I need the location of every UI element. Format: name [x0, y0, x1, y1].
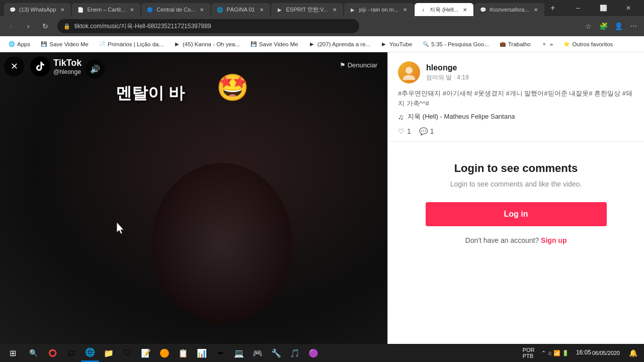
- back-button[interactable]: ‹: [4, 19, 18, 33]
- taskbar-app-app4[interactable]: 💻: [230, 344, 248, 362]
- bookmark-favicon: 💾: [250, 41, 257, 48]
- tab-close-button[interactable]: ✕: [331, 6, 338, 13]
- taskbar-cortana-button[interactable]: ⭕: [43, 344, 61, 362]
- user-info: hleonge 엄마와 딸 · 4:19: [426, 63, 469, 82]
- volume-button[interactable]: 🔊: [86, 59, 105, 78]
- bookmark-item[interactable]: ▶(207) Aprenda a re...: [304, 39, 374, 49]
- post-info: hleonge 엄마와 딸 · 4:19 #추우면안돼지 #아기새싹 #못생겼지…: [388, 52, 644, 142]
- taskbar-app-edge[interactable]: 🛡: [118, 344, 136, 362]
- bookmark-label: »: [550, 41, 553, 47]
- bookmark-item[interactable]: 💼Trabalho: [495, 39, 535, 49]
- login-button[interactable]: Log in: [426, 202, 607, 226]
- profile-icon[interactable]: 👤: [612, 20, 625, 33]
- taskbar-app-files[interactable]: 📁: [100, 344, 118, 362]
- like-button[interactable]: ♡ 1: [398, 127, 411, 135]
- bookmark-item[interactable]: 💾Save Video Me: [246, 39, 302, 49]
- lock-icon: 🔒: [63, 23, 70, 30]
- taskbar-clock[interactable]: 16:05 06/05/2020: [573, 344, 623, 362]
- taskbar-app-file-explorer[interactable]: 🗂: [62, 344, 80, 362]
- browser-tab-conversafora[interactable]: 💬#conversafora...✕: [474, 3, 544, 16]
- tab-close-button[interactable]: ✕: [461, 6, 468, 13]
- bookmark-label: (45) Kanna - Oh yea...: [183, 41, 240, 47]
- tab-favicon: ♪: [420, 6, 427, 13]
- video-text-overlay: 멘탈이 바: [116, 82, 185, 105]
- maximize-button[interactable]: ⬜: [592, 0, 615, 16]
- new-tab-button[interactable]: +: [546, 2, 559, 15]
- bookmark-item[interactable]: 💾Save Video Me: [36, 39, 93, 49]
- like-icon: ♡: [398, 127, 405, 135]
- taskbar-notification-button[interactable]: 🔔: [624, 344, 642, 362]
- bookmark-label: Save Video Me: [259, 41, 298, 47]
- bookmark-item[interactable]: ▶(45) Kanna - Oh yea...: [170, 39, 244, 49]
- tab-close-button[interactable]: ✕: [128, 6, 135, 13]
- tab-close-button[interactable]: ✕: [198, 6, 205, 13]
- page-content: ✕ TikTok @hleonge 🔊 ⚑ Denunciar 멘: [0, 52, 644, 344]
- video-section: ✕ TikTok @hleonge 🔊 ⚑ Denunciar 멘: [0, 52, 387, 344]
- username[interactable]: hleonge: [426, 63, 469, 72]
- address-bar[interactable]: 🔒 tiktok.com/music/지욱-Hell-6802352117215…: [57, 19, 359, 33]
- music-label[interactable]: 지욱 (Hell) - Matheus Felipe Santana: [408, 112, 515, 121]
- start-button[interactable]: ⊞: [2, 344, 23, 362]
- bookmark-item[interactable]: 🌐Apps: [4, 39, 34, 49]
- tab-close-button[interactable]: ✕: [401, 6, 409, 13]
- browser-tab-central[interactable]: 🔵Central de Co...✕: [141, 3, 210, 16]
- browser-tab-esprit[interactable]: ▶ESPRIT 空想:V...✕: [271, 3, 343, 16]
- bookmark-favicon: ▶: [174, 41, 181, 48]
- taskbar-time: 16:05: [576, 349, 591, 357]
- extension-icon[interactable]: 🧩: [597, 20, 610, 33]
- bookmark-label: 5:35 - Pesquisa Goo...: [431, 41, 489, 47]
- taskbar-app-app6[interactable]: 🔧: [267, 344, 285, 362]
- right-panel: hleonge 엄마와 딸 · 4:19 #추우면안돼지 #아기새싹 #못생겼지…: [387, 52, 644, 344]
- tab-close-button[interactable]: ✕: [532, 6, 539, 13]
- taskbar-app-app2[interactable]: 📋: [174, 344, 192, 362]
- tab-label: Enem – Cartil...: [87, 7, 125, 13]
- browser-tab-enem[interactable]: 📄Enem – Cartil...✕: [72, 3, 140, 16]
- taskbar-app-vitals[interactable]: 📊: [193, 344, 211, 362]
- tiktok-logo-area: TikTok @hleonge: [30, 56, 82, 76]
- browser-tab-whatsapp[interactable]: 💬(13) WhatsApp✕: [4, 3, 71, 16]
- taskbar-app-app7[interactable]: 🎵: [286, 344, 304, 362]
- bookmark-star-icon[interactable]: ☆: [582, 20, 595, 33]
- close-video-button[interactable]: ✕: [4, 56, 24, 76]
- taskbar-icon: 🎮: [252, 347, 263, 358]
- address-bar-row: ‹ › ↻ 🔒 tiktok.com/music/지욱-Hell-6802352…: [0, 16, 644, 36]
- tiktok-app-name: TikTok: [53, 58, 82, 68]
- forward-button[interactable]: ›: [21, 19, 35, 33]
- close-button[interactable]: ✕: [617, 0, 640, 16]
- bookmark-item[interactable]: 🔍5:35 - Pesquisa Goo...: [418, 39, 493, 49]
- interaction-row: ♡ 1 💬 1: [398, 127, 634, 135]
- taskbar-app-app5[interactable]: 🎮: [249, 344, 267, 362]
- signup-row: Don't have an account? Sign up: [465, 236, 567, 244]
- signup-link[interactable]: Sign up: [541, 236, 567, 244]
- taskbar-app-app[interactable]: 🟠: [155, 344, 174, 362]
- comment-button[interactable]: 💬 1: [419, 127, 434, 135]
- taskbar-date: 06/05/2020: [592, 349, 620, 356]
- window-controls: ─ ⬜ ✕: [567, 0, 640, 16]
- reload-button[interactable]: ↻: [38, 19, 52, 33]
- browser-tab-pagina[interactable]: 🌐PÁGINA 01✕: [211, 3, 270, 16]
- tab-close-button[interactable]: ✕: [258, 6, 265, 13]
- tab-close-button[interactable]: ✕: [59, 6, 66, 13]
- settings-icon[interactable]: ⋯: [627, 20, 640, 33]
- taskbar-app-app8[interactable]: 🟣: [304, 344, 323, 362]
- browser-tab-tiktok[interactable]: ♪지욱 (Hell...✕: [415, 3, 473, 16]
- browser-tab-joji[interactable]: ▶joji - rain on m...✕: [344, 3, 414, 16]
- tab-favicon: 🌐: [216, 6, 223, 13]
- taskbar-app-browser[interactable]: 🌐: [81, 344, 99, 362]
- bookmark-item[interactable]: 📄Primários | Lição da...: [95, 39, 168, 49]
- bookmark-item[interactable]: »»: [537, 39, 557, 49]
- taskbar-language[interactable]: POR PTB: [520, 344, 538, 362]
- taskbar-icons-area[interactable]: ⌃ ♫ 📶 🔋: [538, 344, 572, 362]
- taskbar-app-app3[interactable]: ✒: [211, 344, 229, 362]
- bookmark-label: (207) Aprenda a re...: [317, 41, 370, 47]
- bookmark-item[interactable]: ⭐Outros favoritos: [559, 39, 617, 49]
- bookmark-item[interactable]: ▶YouTube: [376, 39, 416, 49]
- report-button[interactable]: ⚑ Denunciar: [340, 61, 377, 69]
- taskbar-search-button[interactable]: 🔍: [24, 344, 42, 362]
- taskbar-icon: 🔧: [271, 347, 282, 358]
- bookmark-favicon: 📄: [99, 41, 106, 48]
- bookmark-label: Outros favoritos: [572, 41, 613, 47]
- taskbar-app-word[interactable]: 📝: [137, 344, 155, 362]
- minimize-button[interactable]: ─: [567, 0, 590, 16]
- taskbar-icon: 🟣: [308, 347, 319, 358]
